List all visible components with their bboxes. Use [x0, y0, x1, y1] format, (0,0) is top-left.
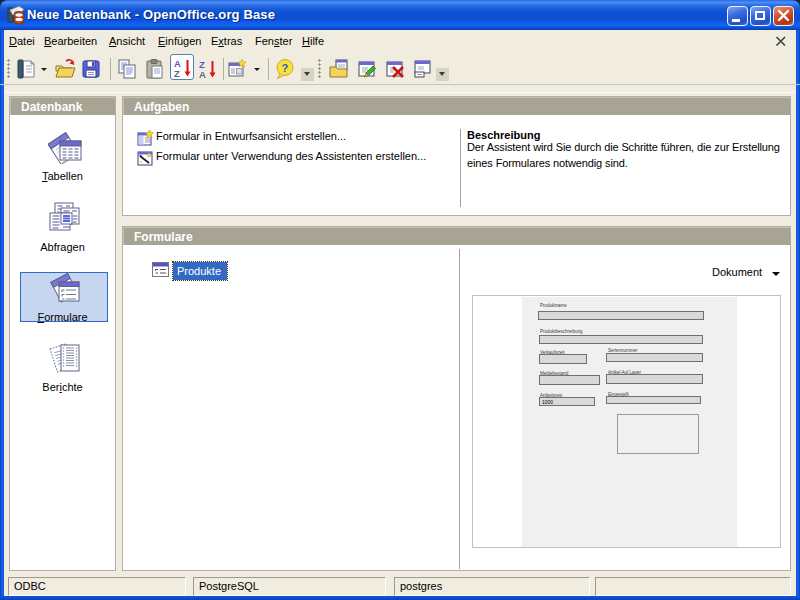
svg-text:?: ?	[282, 62, 289, 74]
svg-text:Z: Z	[174, 68, 180, 79]
svg-text:A: A	[199, 69, 206, 80]
